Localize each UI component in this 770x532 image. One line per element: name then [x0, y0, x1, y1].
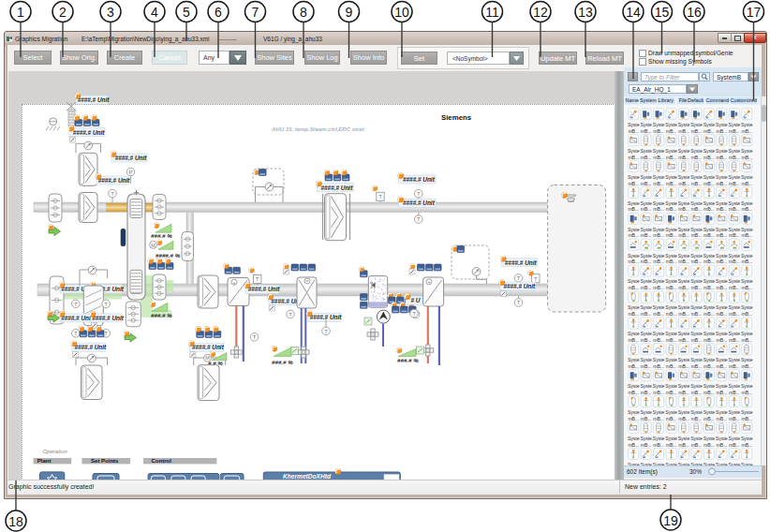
svg-text:14: 14 [626, 5, 641, 20]
svg-text:4: 4 [151, 5, 158, 20]
svg-text:10: 10 [394, 5, 409, 20]
svg-text:17: 17 [747, 5, 762, 20]
svg-text:11: 11 [485, 5, 499, 20]
svg-text:7: 7 [252, 5, 259, 20]
svg-text:5: 5 [183, 5, 190, 20]
svg-text:18: 18 [8, 514, 23, 529]
svg-text:16: 16 [687, 5, 702, 20]
svg-text:9: 9 [346, 5, 353, 20]
svg-text:8: 8 [300, 5, 307, 20]
svg-text:15: 15 [655, 5, 670, 20]
svg-text:2: 2 [59, 5, 67, 20]
svg-text:6: 6 [215, 5, 222, 20]
svg-text:3: 3 [107, 5, 114, 20]
svg-text:13: 13 [578, 5, 593, 20]
svg-text:1: 1 [17, 5, 24, 20]
svg-text:19: 19 [663, 513, 678, 528]
svg-text:12: 12 [533, 5, 548, 20]
